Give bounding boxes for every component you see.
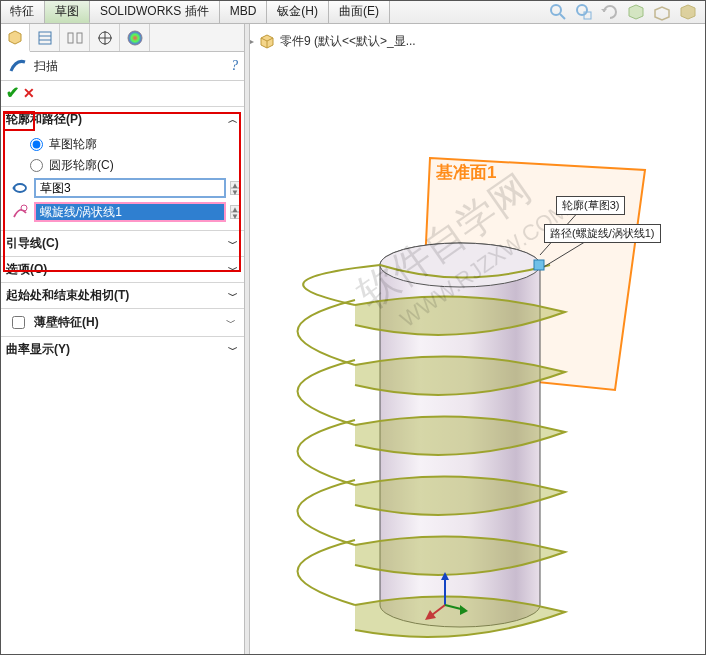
group-title: 引导线(C) (6, 235, 59, 252)
radio-sketch-input[interactable] (30, 138, 43, 151)
profile-slot-icon[interactable] (10, 179, 30, 197)
svg-rect-21 (534, 260, 544, 270)
property-manager-panel: 扫描 ? ✔ ✕ 轮廓和路径(P) ︿ 草图轮廓 圆形轮廓(C) ▲▼ (0, 24, 245, 655)
tab-sheetmetal[interactable]: 钣金(H) (267, 0, 329, 23)
group-title: 轮廓和路径(P) (6, 111, 82, 128)
svg-point-2 (577, 5, 587, 15)
fm-tab-configurationmanager[interactable] (60, 24, 90, 51)
svg-point-14 (14, 184, 26, 192)
zoom-fit-icon[interactable] (548, 2, 568, 22)
fm-tab-dimxpert[interactable] (90, 24, 120, 51)
group-header-tangency[interactable]: 起始处和结束处相切(T) ﹀ (0, 283, 244, 308)
accept-button[interactable]: ✔ (6, 83, 19, 102)
svg-rect-9 (77, 33, 82, 43)
profile-entry-row: ▲▼ (6, 176, 240, 200)
thin-feature-checkbox[interactable] (12, 316, 25, 329)
group-guide-curves: 引导线(C) ﹀ (0, 230, 244, 256)
group-title: 起始处和结束处相切(T) (6, 287, 129, 304)
profile-input[interactable] (34, 178, 226, 198)
callout-path[interactable]: 路径(螺旋线/涡状线1) (544, 224, 661, 243)
group-tangency: 起始处和结束处相切(T) ﹀ (0, 282, 244, 308)
svg-point-15 (13, 187, 16, 190)
display-style-icon[interactable] (652, 2, 672, 22)
chevron-down-icon: ﹀ (226, 316, 236, 330)
breadcrumb-part-name: 零件9 (默认<<默认>_显... (280, 33, 416, 50)
group-header-guide[interactable]: 引导线(C) ﹀ (0, 231, 244, 256)
radio-circle-label: 圆形轮廓(C) (49, 157, 114, 174)
group-options: 选项(O) ﹀ (0, 256, 244, 282)
breadcrumb[interactable]: ▸ 零件9 (默认<<默认>_显... (248, 32, 416, 50)
chevron-down-icon: ﹀ (228, 343, 238, 357)
svg-line-1 (560, 14, 565, 19)
path-slot-icon[interactable] (10, 203, 30, 221)
group-title: 曲率显示(Y) (6, 341, 70, 358)
path-entry-row: ▲▼ (6, 200, 240, 224)
svg-point-0 (551, 5, 561, 15)
svg-rect-5 (39, 32, 51, 44)
thin-feature-label: 薄壁特征(H) (34, 314, 99, 331)
group-thin-feature: 薄壁特征(H) ﹀ (0, 308, 244, 336)
feature-manager-tabs (0, 24, 244, 52)
radio-circle-input[interactable] (30, 159, 43, 172)
sweep-icon (8, 56, 28, 76)
plane-label: 基准面1 (435, 163, 496, 182)
callout-profile[interactable]: 轮廓(草图3) (556, 196, 625, 215)
hide-show-icon[interactable] (678, 2, 698, 22)
group-curvature-display: 曲率显示(Y) ﹀ (0, 336, 244, 362)
graphics-viewport[interactable]: 基准面1 (250, 50, 706, 655)
group-header-options[interactable]: 选项(O) ﹀ (0, 257, 244, 282)
group-header-curvature[interactable]: 曲率显示(Y) ﹀ (0, 337, 244, 362)
radio-circle-profile[interactable]: 圆形轮廓(C) (30, 155, 240, 176)
group-profile-path: 轮廓和路径(P) ︿ 草图轮廓 圆形轮廓(C) ▲▼ ▲▼ (0, 106, 244, 230)
chevron-down-icon: ﹀ (228, 237, 238, 251)
tab-sw-addins[interactable]: SOLIDWORKS 插件 (90, 0, 220, 23)
accept-cancel-row: ✔ ✕ (0, 81, 244, 106)
chevron-down-icon: ﹀ (228, 289, 238, 303)
prev-view-icon[interactable] (600, 2, 620, 22)
tab-sketch[interactable]: 草图 (45, 0, 90, 23)
svg-marker-4 (601, 9, 607, 12)
chevron-up-icon: ︿ (228, 113, 238, 127)
chevron-down-icon: ﹀ (228, 263, 238, 277)
cancel-button[interactable]: ✕ (23, 85, 35, 101)
zoom-area-icon[interactable] (574, 2, 594, 22)
feature-title: 扫描 (28, 58, 231, 75)
part-icon (258, 32, 276, 50)
tab-features[interactable]: 特征 (0, 0, 45, 23)
profile-spinner[interactable]: ▲▼ (230, 181, 240, 195)
group-header-profile-path[interactable]: 轮廓和路径(P) ︿ (0, 107, 244, 132)
fm-tab-featuretree[interactable] (0, 24, 30, 52)
path-spinner[interactable]: ▲▼ (230, 205, 240, 219)
feature-header: 扫描 ? (0, 52, 244, 81)
group-title: 选项(O) (6, 261, 47, 278)
svg-rect-8 (68, 33, 73, 43)
radio-sketch-label: 草图轮廓 (49, 136, 97, 153)
section-view-icon[interactable] (626, 2, 646, 22)
tab-mbd[interactable]: MBD (220, 0, 268, 23)
path-input[interactable] (34, 202, 226, 222)
tab-surfaces[interactable]: 曲面(E) (329, 0, 390, 23)
view-toolbar (548, 2, 698, 22)
fm-tab-displaymanager[interactable] (120, 24, 150, 51)
radio-sketch-profile[interactable]: 草图轮廓 (30, 134, 240, 155)
help-icon[interactable]: ? (231, 58, 238, 74)
svg-point-13 (128, 31, 142, 45)
fm-tab-propertymanager[interactable] (30, 24, 60, 51)
